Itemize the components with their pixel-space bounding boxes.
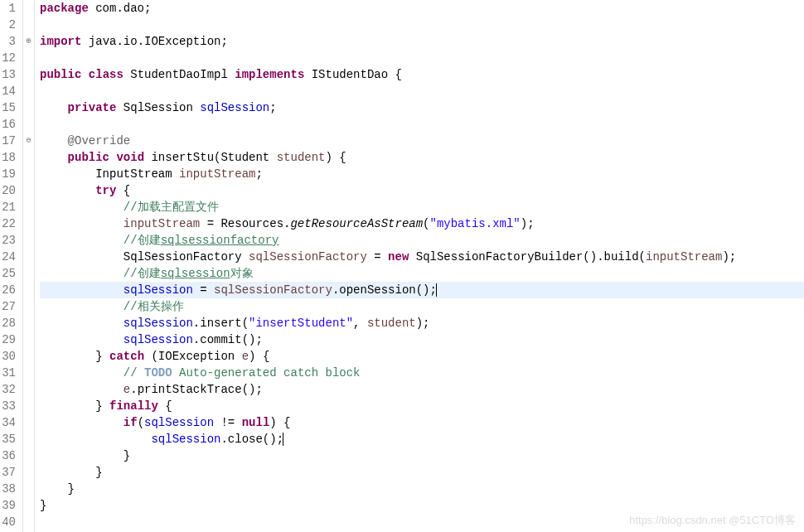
code-area[interactable]: package com.dao; import java.io.IOExcept… (35, 0, 804, 532)
fold-marker[interactable] (23, 381, 34, 398)
line-number: 13 (0, 66, 19, 83)
code-line[interactable]: //加载主配置文件 (40, 199, 804, 215)
line-number: 27 (0, 298, 19, 315)
text-caret (436, 283, 437, 297)
code-line[interactable]: sqlSession.close(); (40, 431, 804, 447)
fold-marker[interactable] (23, 50, 34, 66)
code-line[interactable]: package com.dao; (40, 0, 804, 17)
line-number: 39 (0, 497, 19, 514)
line-number: 29 (0, 331, 19, 348)
code-line[interactable]: // TODO Auto-generated catch block (40, 365, 804, 381)
code-line[interactable]: inputStream = Resources.getResourceAsStr… (40, 215, 804, 232)
code-line[interactable]: } (40, 447, 804, 464)
fold-marker[interactable] (23, 481, 34, 497)
code-line[interactable]: } (40, 464, 804, 481)
line-number: 38 (0, 481, 19, 497)
line-number: 26 (0, 282, 19, 298)
code-line[interactable]: //相关操作 (40, 298, 804, 315)
fold-marker[interactable] (23, 166, 34, 182)
fold-marker[interactable] (23, 116, 34, 133)
fold-marker[interactable] (23, 232, 34, 249)
fold-marker[interactable] (23, 0, 34, 17)
code-line[interactable]: //创建sqlsession对象 (40, 265, 804, 282)
fold-marker[interactable] (23, 66, 34, 83)
code-line[interactable]: } (40, 497, 804, 514)
fold-marker[interactable] (23, 265, 34, 282)
fold-marker[interactable] (23, 83, 34, 99)
line-number: 14 (0, 83, 19, 99)
code-line[interactable]: sqlSession.commit(); (40, 331, 804, 348)
line-number: 35 (0, 431, 19, 447)
line-number: 23 (0, 232, 19, 249)
code-line[interactable]: sqlSession.insert("insertStudent", stude… (40, 315, 804, 331)
line-number: 15 (0, 99, 19, 116)
code-line[interactable]: //创建sqlsessionfactory (40, 232, 804, 249)
fold-marker[interactable] (23, 182, 34, 199)
line-number: 19 (0, 166, 19, 182)
line-number: 28 (0, 315, 19, 331)
line-number: 36 (0, 447, 19, 464)
fold-marker[interactable] (23, 447, 34, 464)
fold-marker[interactable] (23, 414, 34, 431)
line-number: 40 (0, 514, 19, 530)
fold-marker[interactable] (23, 17, 34, 33)
line-number: 3 (0, 33, 19, 50)
code-line[interactable]: import java.io.IOException; (40, 33, 804, 50)
code-line[interactable]: } catch (IOException e) { (40, 348, 804, 365)
code-line[interactable]: private SqlSession sqlSession; (40, 99, 804, 116)
code-line[interactable]: e.printStackTrace(); (40, 381, 804, 398)
code-line[interactable]: public void insertStu(Student student) { (40, 149, 804, 166)
fold-marker[interactable] (23, 331, 34, 348)
text-caret (283, 433, 283, 446)
code-editor[interactable]: 1 2 3 12 13 14 15 16 17 18 19 20 21 22 2… (0, 0, 804, 532)
fold-marker[interactable] (23, 149, 34, 166)
fold-marker[interactable] (23, 365, 34, 381)
fold-marker[interactable] (23, 282, 34, 298)
fold-marker[interactable] (23, 464, 34, 481)
line-number: 1 (0, 0, 19, 17)
code-line[interactable] (40, 116, 804, 133)
line-number-gutter: 1 2 3 12 13 14 15 16 17 18 19 20 21 22 2… (0, 0, 23, 532)
line-number: 2 (0, 17, 19, 33)
fold-marker[interactable] (23, 199, 34, 215)
code-line[interactable]: } (40, 481, 804, 497)
line-number: 20 (0, 182, 19, 199)
line-number: 32 (0, 381, 19, 398)
code-line[interactable]: SqlSessionFactory sqlSessionFactory = ne… (40, 249, 804, 265)
fold-marker[interactable] (23, 249, 34, 265)
line-number: 24 (0, 249, 19, 265)
line-number: 33 (0, 398, 19, 414)
code-line[interactable]: try { (40, 182, 804, 199)
line-number: 18 (0, 149, 19, 166)
line-number: 30 (0, 348, 19, 365)
line-number: 31 (0, 365, 19, 381)
fold-marker[interactable] (23, 99, 34, 116)
fold-marker[interactable] (23, 215, 34, 232)
line-number: 25 (0, 265, 19, 282)
fold-marker[interactable] (23, 514, 34, 530)
line-number: 37 (0, 464, 19, 481)
code-line[interactable]: } finally { (40, 398, 804, 414)
code-line[interactable]: InputStream inputStream; (40, 166, 804, 182)
fold-marker[interactable]: ⊕ (23, 33, 34, 50)
code-line[interactable] (40, 50, 804, 66)
fold-marker[interactable] (23, 298, 34, 315)
line-number: 17 (0, 133, 19, 149)
fold-marker[interactable] (23, 315, 34, 331)
line-number: 16 (0, 116, 19, 133)
code-line[interactable] (40, 17, 804, 33)
code-line-current[interactable]: sqlSession = sqlSessionFactory.openSessi… (40, 282, 804, 298)
code-line[interactable] (40, 83, 804, 99)
code-line[interactable]: @Override (40, 133, 804, 149)
code-line[interactable]: public class StudentDaoImpl implements I… (40, 66, 804, 83)
line-number: 12 (0, 50, 19, 66)
fold-marker[interactable] (23, 497, 34, 514)
line-number: 34 (0, 414, 19, 431)
fold-column[interactable]: ⊕ ⊖ (23, 0, 35, 532)
fold-marker[interactable] (23, 431, 34, 447)
code-line[interactable]: if(sqlSession != null) { (40, 414, 804, 431)
line-number: 21 (0, 199, 19, 215)
fold-marker[interactable] (23, 398, 34, 414)
fold-marker[interactable] (23, 348, 34, 365)
fold-marker[interactable]: ⊖ (23, 133, 34, 149)
